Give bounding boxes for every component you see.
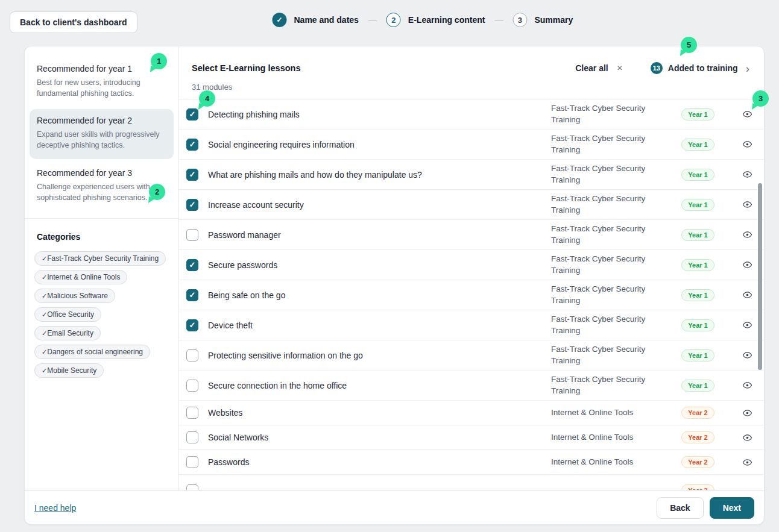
scrollbar-thumb[interactable] xyxy=(758,183,762,370)
eye-icon xyxy=(742,380,752,390)
categories-heading: Categories xyxy=(37,232,174,242)
eye-icon xyxy=(742,230,752,240)
recommendation-desc: Challenge experienced users with sophist… xyxy=(37,181,166,203)
lesson-checkbox[interactable] xyxy=(186,456,198,468)
need-help-link[interactable]: I need help xyxy=(34,503,76,513)
annotation-marker-3: 3 xyxy=(752,90,769,107)
year-badge: Year 1 xyxy=(681,139,714,151)
preview-eye-button[interactable] xyxy=(730,109,764,119)
lesson-checkbox[interactable]: ✓ xyxy=(186,139,198,151)
lesson-name: Passwords xyxy=(208,457,541,467)
preview-eye-button[interactable] xyxy=(730,380,764,390)
category-chip[interactable]: ✓Mobile Security xyxy=(34,363,104,378)
lesson-name: Social Networks xyxy=(208,433,541,442)
check-icon: ✓ xyxy=(42,367,47,374)
lesson-checkbox[interactable]: ✓ xyxy=(186,169,198,181)
category-chip[interactable]: ✓Dangers of social engineering xyxy=(34,345,150,359)
lesson-row: PasswordsInternet & Online ToolsYear 2 xyxy=(179,450,764,475)
lesson-name: Secure passwords xyxy=(208,260,541,270)
category-chip[interactable]: ✓Malicious Software xyxy=(34,289,115,303)
lesson-name: Device theft xyxy=(208,321,541,330)
lesson-checkbox[interactable] xyxy=(186,229,198,241)
eye-icon xyxy=(742,169,752,180)
lesson-category: Internet & Online Tools xyxy=(551,432,666,443)
lesson-category: Fast-Track Cyber Security Training xyxy=(551,374,666,396)
lesson-name: Being safe on the go xyxy=(208,290,541,300)
eye-icon xyxy=(742,199,752,210)
lesson-checkbox[interactable] xyxy=(186,380,198,392)
preview-eye-button[interactable] xyxy=(730,408,764,418)
back-button[interactable]: Back xyxy=(657,497,703,519)
year-badge-col: Year 1 xyxy=(675,289,721,301)
year-badge: Year 1 xyxy=(681,229,714,241)
category-chip[interactable]: ✓Office Security xyxy=(34,307,101,322)
step-number: 3 xyxy=(512,13,527,27)
year-badge: Year 1 xyxy=(681,289,714,301)
added-to-training-link[interactable]: Added to training xyxy=(668,63,738,73)
lesson-row: ✓Social engineering requires information… xyxy=(179,130,764,160)
stepper-step-2[interactable]: 2E-Learning content xyxy=(386,13,485,27)
lesson-checkbox[interactable]: ✓ xyxy=(186,199,198,211)
modules-count: 31 modules xyxy=(179,74,764,99)
step-number: 2 xyxy=(386,13,401,27)
preview-eye-button[interactable] xyxy=(730,433,764,443)
category-chip[interactable]: ✓Internet & Online Tools xyxy=(34,270,127,284)
lessons-list: ✓Detecting phishing mailsFast-Track Cybe… xyxy=(179,99,764,490)
check-icon: ✓ xyxy=(42,311,47,318)
eye-icon xyxy=(742,290,752,300)
stepper-step-1[interactable]: ✓Name and dates xyxy=(272,13,358,27)
lesson-checkbox[interactable]: ✓ xyxy=(186,259,198,271)
recommendation-title: Recommended for year 3 xyxy=(37,168,166,178)
back-to-dashboard-button[interactable]: Back to client's dashboard xyxy=(10,11,137,33)
preview-eye-button[interactable] xyxy=(730,169,764,180)
lessons-title: Select E-Learning lessons xyxy=(192,63,301,73)
year-badge: Year 1 xyxy=(681,108,714,120)
year-badge: Year 1 xyxy=(681,199,714,211)
lesson-category: Fast-Track Cyber Security Training xyxy=(551,163,666,185)
eye-icon xyxy=(742,320,752,330)
chevron-right-icon[interactable]: › xyxy=(746,63,749,74)
lesson-checkbox[interactable]: ✓ xyxy=(186,319,198,331)
lesson-row: ✓Increase account securityFast-Track Cyb… xyxy=(179,190,764,220)
lesson-category: Fast-Track Cyber Security Training xyxy=(551,133,666,155)
category-chip[interactable]: ✓Email Security xyxy=(34,326,101,340)
eye-icon xyxy=(742,350,752,360)
clear-all-x-icon[interactable]: ✕ xyxy=(617,64,623,72)
next-button[interactable]: Next xyxy=(710,497,754,519)
category-chip[interactable]: ✓Fast-Track Cyber Security Training xyxy=(34,251,166,266)
year-badge: Year 1 xyxy=(681,169,714,181)
year-badge: Year 1 xyxy=(681,319,714,331)
lesson-row: WebsitesInternet & Online ToolsYear 2 xyxy=(179,401,764,425)
lesson-row: Social NetworksInternet & Online ToolsYe… xyxy=(179,425,764,450)
lesson-checkbox[interactable] xyxy=(186,484,198,490)
lesson-row: Year 2 xyxy=(179,475,764,490)
lesson-checkbox[interactable] xyxy=(186,431,198,443)
lesson-row: ✓Being safe on the goFast-Track Cyber Se… xyxy=(179,280,764,310)
category-chip-label: Internet & Online Tools xyxy=(47,273,120,281)
lesson-checkbox[interactable] xyxy=(186,407,198,419)
lesson-checkbox[interactable] xyxy=(186,349,198,361)
category-chip-label: Malicious Software xyxy=(47,292,108,300)
sidebar: Recommended for year 1Best for new users… xyxy=(25,46,179,490)
lesson-name: What are phishing mails and how do they … xyxy=(208,170,541,180)
lesson-checkbox[interactable]: ✓ xyxy=(186,289,198,301)
category-chip-list: ✓Fast-Track Cyber Security Training✓Inte… xyxy=(30,251,174,378)
lesson-row: ✓Device theftFast-Track Cyber Security T… xyxy=(179,310,764,340)
lesson-checkbox[interactable]: ✓ xyxy=(186,108,198,120)
wizard-card: Recommended for year 1Best for new users… xyxy=(24,46,765,525)
lesson-row: ✓Secure passwordsFast-Track Cyber Securi… xyxy=(179,250,764,280)
recommendation-year-2[interactable]: Recommended for year 2Expand user skills… xyxy=(30,109,174,158)
check-icon: ✓ xyxy=(42,348,47,355)
check-icon: ✓ xyxy=(42,330,47,337)
year-badge: Year 1 xyxy=(681,380,714,392)
preview-eye-button[interactable] xyxy=(730,457,764,468)
clear-all-button[interactable]: Clear all xyxy=(575,63,608,73)
lessons-panel: Select E-Learning lessons Clear all ✕ 13… xyxy=(179,46,764,490)
year-badge: Year 1 xyxy=(681,259,714,271)
sidebar-divider xyxy=(25,218,178,219)
step-label: Summary xyxy=(534,15,573,25)
stepper-step-3[interactable]: 3Summary xyxy=(512,13,573,27)
year-badge: Year 2 xyxy=(681,484,714,490)
preview-eye-button[interactable] xyxy=(730,139,764,149)
added-count-badge: 13 xyxy=(651,62,663,74)
